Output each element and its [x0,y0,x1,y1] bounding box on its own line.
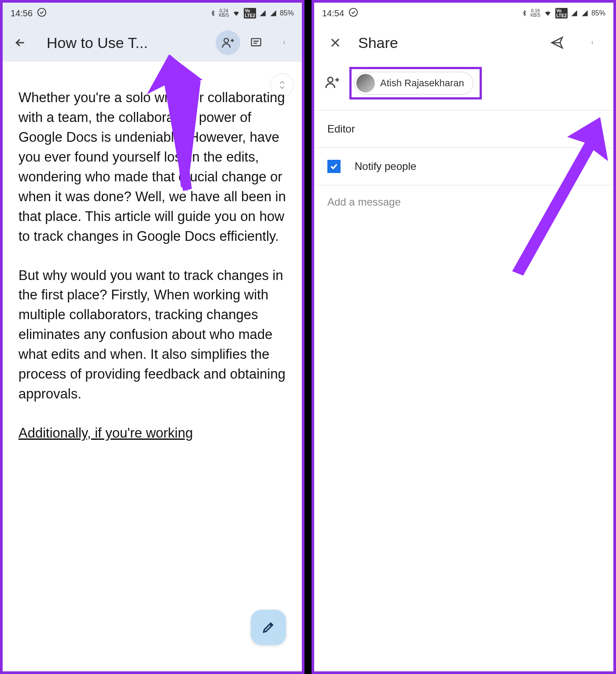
message-placeholder: Add a message [327,196,401,208]
bluetooth-icon [210,9,216,18]
svg-point-8 [592,41,593,42]
status-bar: 14:54 0.19 KB/S VoLTE2 85% [314,3,613,24]
more-button[interactable] [272,30,297,55]
signal-icon [570,10,578,17]
back-button[interactable] [8,30,33,55]
signal-icon-2 [581,10,589,17]
doc-paragraph: Whether you're a solo writer or collabor… [18,88,286,247]
svg-point-10 [592,44,593,44]
dropdown-icon [592,123,600,135]
phone-left: 14:56 0.24 KB/S VoLTE2 85% [0,0,304,674]
signal-icon-2 [269,10,277,17]
more-button[interactable] [580,30,605,55]
doc-title[interactable]: How to Use T... [36,34,212,52]
status-bar: 14:56 0.24 KB/S VoLTE2 85% [3,3,302,24]
svg-point-0 [38,8,46,16]
edit-fab[interactable] [251,610,286,645]
share-person-button[interactable] [216,30,240,55]
svg-point-4 [284,42,285,43]
net-speed: 0.19 KB/S [530,9,540,18]
check-circle-icon [348,7,358,19]
comments-button[interactable] [244,30,268,55]
svg-point-5 [284,44,285,44]
appbar-docs: How to Use T... [3,24,302,62]
wifi-icon [231,9,241,17]
appbar-share: Share [314,24,613,62]
svg-point-7 [349,8,357,16]
phone-right: 14:54 0.19 KB/S VoLTE2 85% [312,0,616,674]
role-dropdown[interactable]: Editor [314,110,613,147]
person-chip[interactable]: Atish Rajasekharan [354,72,473,95]
battery-text: 85% [280,9,294,17]
doc-paragraph: But why would you want to track changes … [18,266,286,405]
role-label: Editor [327,123,355,135]
svg-point-1 [224,38,228,43]
check-circle-icon [37,7,47,19]
svg-point-3 [284,41,285,42]
notify-row[interactable]: Notify people [314,148,613,185]
lte-badge: VoLTE2 [244,8,256,18]
net-speed: 0.24 KB/S [219,9,229,18]
notify-label: Notify people [355,160,416,173]
battery-text: 85% [591,9,605,17]
bluetooth-icon [521,9,528,18]
message-input[interactable]: Add a message [314,185,613,219]
add-person-icon [325,75,340,92]
svg-point-9 [592,42,593,43]
lte-badge: VoLTE2 [555,8,568,18]
svg-rect-2 [252,39,261,46]
share-person-row: Atish Rajasekharan [314,62,613,110]
send-button[interactable] [545,30,569,55]
close-button[interactable] [323,30,348,55]
status-time: 14:54 [322,8,344,18]
doc-paragraph: Additionally, if you're working [18,424,286,443]
signal-icon [259,10,267,17]
document-body[interactable]: Whether you're a solo writer or collabor… [3,62,302,443]
share-title: Share [358,34,534,52]
person-chip-highlight: Atish Rajasekharan [349,67,482,99]
notify-checkbox[interactable] [327,160,341,173]
person-name: Atish Rajasekharan [380,77,464,89]
wifi-icon [543,9,553,17]
avatar [356,74,375,92]
svg-point-11 [328,77,333,82]
status-time: 14:56 [11,8,33,18]
